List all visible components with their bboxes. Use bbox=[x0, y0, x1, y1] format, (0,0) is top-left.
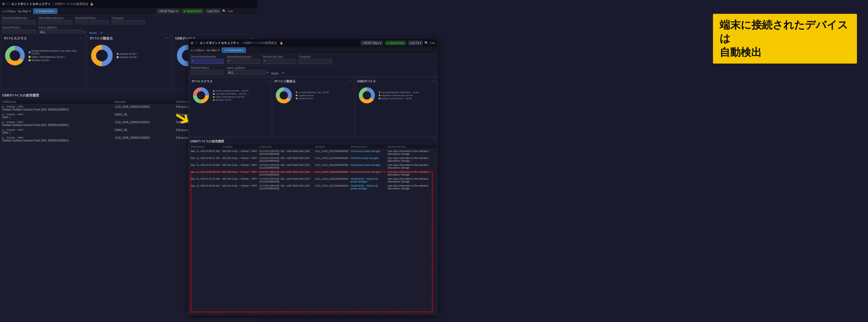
chevron-down-icon: ▾ bbox=[176, 10, 178, 13]
toggle-dot: ● bbox=[184, 10, 186, 13]
overlay-device-manufacturer-input[interactable] bbox=[227, 59, 260, 64]
overlay-device-manufacturer-group: DeviceManufacturer bbox=[227, 55, 260, 64]
overlay-shared-toggle[interactable]: ● Shared time bbox=[384, 41, 406, 45]
overlay-panel: ⊞ 🛡 エンドポイントセキュリティ | USBデバイスの使用状況 🔒 +09:0… bbox=[188, 39, 437, 315]
overlay-parameters-button[interactable]: ⊙ Parameters bbox=[222, 47, 246, 53]
overlay-device-class-title: デバイスクラス bbox=[191, 79, 213, 83]
device-manufacturer-donut bbox=[89, 43, 114, 68]
breadcrumb-sep: | bbox=[52, 2, 53, 5]
overlay-event-platform-input[interactable] bbox=[227, 70, 266, 75]
device-class-title: デバイスクラス bbox=[4, 36, 27, 41]
overlay-device-serial-input[interactable] bbox=[191, 59, 224, 64]
overlay-filters-button[interactable]: ≡ ≡ Filters bbox=[191, 49, 204, 52]
overlay-cell-company: SB C&S Corp. – Partner – NFR bbox=[221, 149, 258, 156]
overlay-usb-device-legend: I-Q DATA DEVICE USB Flash... 25.0% Tripl… bbox=[379, 91, 419, 100]
overlay-cell-company: SB C&S Corp. – Partner – NFR bbox=[221, 170, 258, 177]
last7-label: Last 7d bbox=[208, 10, 217, 13]
filter-icon: ≡ bbox=[2, 10, 4, 13]
overlay-cell-timestamp: Sep. 11, 2024 9:39:08.136 bbox=[189, 170, 221, 177]
overlay-cell-policy: Full access (mass storage) bbox=[349, 170, 386, 177]
chart-more-icon2[interactable]: ⋯ bbox=[165, 36, 168, 41]
lock-icon: 🔒 bbox=[90, 2, 93, 5]
overlay-cell-policy: Partial block – Read only (mass storage) bbox=[349, 184, 386, 191]
overlay-last7-selector[interactable]: Last 7d ▾ bbox=[408, 41, 423, 45]
live-button[interactable]: Live bbox=[228, 10, 233, 13]
overlay-cell-usb-device: I-O DATA DEVICE, INC. USB Flash Disk (S/… bbox=[258, 156, 314, 163]
overlay-device-class-donut bbox=[191, 86, 211, 105]
cell-device-id: 32903_38_ bbox=[114, 128, 175, 136]
overlay-company-label: Company bbox=[299, 55, 332, 58]
overlay-table-title: USBデバイスの使用履歴 bbox=[189, 138, 436, 145]
overlay-no-filter-label: No filter bbox=[207, 49, 217, 52]
last7-selector[interactable]: Last 7d ▾ bbox=[206, 9, 221, 13]
overlay-device-serial-label: DeviceSerialNumber bbox=[191, 55, 224, 58]
overlay-cell-company: SB C&S Corp. – Partner – NFR bbox=[221, 177, 258, 184]
cell-device-id: 1118_2448_2009010100001 bbox=[114, 136, 175, 143]
company-input[interactable] bbox=[112, 20, 145, 25]
device-serial-input[interactable] bbox=[2, 20, 35, 25]
overlay-filter-icon: ≡ bbox=[191, 49, 192, 52]
overlay-live-button[interactable]: Live bbox=[430, 41, 435, 44]
device-usb-class-group: DeviceUsbClass bbox=[75, 16, 108, 25]
overlay-chart-more1[interactable]: ⋯ bbox=[266, 79, 269, 83]
overlay-company-input[interactable] bbox=[299, 59, 332, 64]
time-bar: +09:00 Tokyo ▾ ● Shared time Last 7d ▾ 🔍… bbox=[155, 8, 257, 15]
overlay-apply-button[interactable]: Apply bbox=[271, 72, 279, 75]
device-manufacturer-title: デバイス製造元 bbox=[89, 36, 113, 41]
overlay-cell-class: Use class information in the Interface D… bbox=[386, 149, 436, 156]
overlay-device-class-legend: Human Interface Device... 25.0% ! Use cl… bbox=[213, 89, 249, 102]
magnifier-icon[interactable]: 🔍 bbox=[222, 9, 226, 13]
chart-more-icon[interactable]: ⋯ bbox=[79, 36, 82, 41]
overlay-cell-policy: Full block (mass storage) bbox=[349, 156, 386, 163]
overlay-device-manufacturer-label: DeviceManufacturer bbox=[227, 55, 260, 58]
overlay-device-usb-class-input[interactable] bbox=[263, 59, 296, 64]
chevron-down-icon: ▾ bbox=[217, 10, 219, 13]
overlay-cell-policy: Full access (mass storage) bbox=[349, 163, 386, 170]
overlay-params-label: Parameters bbox=[227, 48, 243, 52]
overlay-refresh-button[interactable]: ↺ bbox=[282, 71, 284, 75]
overlay-cell-device-id: 1211_4145_23122393850058 bbox=[314, 177, 349, 184]
event-platform-label: event_platform bbox=[39, 26, 86, 29]
breadcrumb-sub: USBデバイスの使用状況 bbox=[55, 2, 89, 6]
overlay-magnifier-icon[interactable]: 🔍 bbox=[425, 41, 428, 45]
overlay-cell-device-id: 1211_4145_23122393850058 bbox=[314, 149, 349, 156]
overlay-params-icon: ⊙ bbox=[224, 48, 227, 52]
overlay-device-product-label: DeviceProduct bbox=[191, 66, 224, 69]
overlay-usb-device-donut bbox=[357, 86, 376, 105]
overlay-chart-more2[interactable]: ⋯ bbox=[349, 79, 352, 83]
device-class-donut bbox=[4, 43, 26, 68]
device-class-legend: Human Interface Device | Use class infor… bbox=[29, 49, 82, 62]
device-usb-class-input[interactable] bbox=[75, 20, 108, 25]
cell-usb-device: p. – Partner – NFR Surface Surface Camer… bbox=[1, 105, 114, 112]
overlay-cell-timestamp: Sep. 11, 2024 9:37:32.269 bbox=[189, 177, 221, 184]
device-serial-label: DeviceSerialNumber bbox=[2, 16, 35, 20]
col-device-id: DeviceId bbox=[114, 100, 175, 105]
overlay-device-manufacturer-title: デバイス製造元 bbox=[274, 79, 296, 83]
overlay-shield-icon: 🛡 bbox=[195, 41, 198, 44]
overlay-cell-device-id: 1211_4145_23122393850058 bbox=[314, 156, 349, 163]
overlay-device-class-chart: デバイスクラス ⋯ Human Interface Device... 25.0… bbox=[189, 77, 271, 137]
overlay-cell-timestamp: Sep. 11, 2024 9:29:50.934 bbox=[189, 184, 221, 191]
grid-icon: ⊞ bbox=[2, 2, 5, 6]
overlay-filters-label: ≡ Filters bbox=[193, 49, 204, 52]
overlay-chart-more3[interactable]: ⋯ bbox=[431, 79, 434, 83]
annotation-box: 端末に接続されたデバイスは 自動検出 bbox=[713, 14, 857, 64]
overlay-cell-usb-device: I-O DATA DEVICE, INC. USB Flash Disk (S/… bbox=[258, 163, 314, 170]
company-group: Company bbox=[112, 16, 145, 25]
overlay-timezone-label: +09:00 Tokyo bbox=[363, 41, 379, 44]
overlay-device-product-input[interactable] bbox=[191, 70, 224, 75]
parameters-button[interactable]: ⊙ Parameters bbox=[33, 8, 57, 14]
filters-button[interactable]: ≡ ≡ Filters bbox=[2, 10, 16, 13]
shared-time-toggle[interactable]: ● Shared time bbox=[181, 9, 204, 13]
timezone-selector[interactable]: +09:00 Tokyo ▾ bbox=[157, 9, 180, 13]
overlay-timezone-selector[interactable]: +09:00 Tokyo ▾ bbox=[361, 41, 383, 45]
device-manufacturer-input[interactable] bbox=[39, 20, 72, 25]
shield-icon: 🛡 bbox=[6, 2, 9, 5]
overlay-cell-device-id: 1211_4145_23122393850058 bbox=[314, 170, 349, 177]
no-filter-button[interactable]: No filter ▾ bbox=[18, 9, 31, 13]
no-filter-label: No filter bbox=[18, 10, 29, 13]
overlay-device-manufacturer-legend: I-O DATA DEVICE, INC. 25.0% Logitech 25.… bbox=[296, 91, 329, 100]
table-row: Sep. 11, 2024 9:39:08.136 SB C&S Corp. –… bbox=[189, 170, 436, 177]
overlay-no-filter-button[interactable]: No filter ▾ bbox=[207, 48, 220, 52]
overlay-event-platform-label: event_platform bbox=[227, 66, 268, 69]
